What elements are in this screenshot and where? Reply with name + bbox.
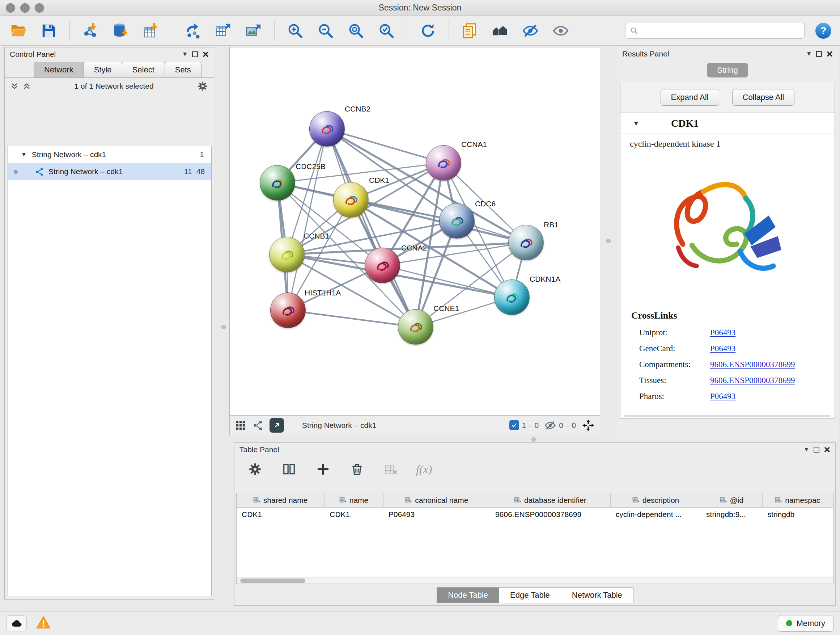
column-header-description[interactable]: description <box>611 493 701 507</box>
hidden-eye-icon[interactable] <box>545 420 556 431</box>
splitter-handle[interactable] <box>221 325 226 329</box>
panel-float-icon[interactable] <box>192 51 198 57</box>
create-column-button[interactable] <box>314 460 332 478</box>
cloud-status-button[interactable] <box>6 616 27 631</box>
panel-close-icon[interactable]: × <box>824 447 830 453</box>
open-session-button[interactable] <box>9 21 28 41</box>
panel-close-icon[interactable]: × <box>826 51 833 57</box>
tab-string[interactable]: String <box>707 63 748 78</box>
table-horizontal-scrollbar[interactable] <box>237 577 833 584</box>
tab-network-table[interactable]: Network Table <box>561 587 633 603</box>
import-table-from-file-button[interactable] <box>141 21 161 41</box>
new-network-from-table-button[interactable] <box>213 21 233 41</box>
collapse-all-icon[interactable] <box>23 82 31 90</box>
column-header-shared-name[interactable]: shared name <box>237 493 325 507</box>
network-node-ccnb2[interactable] <box>309 111 345 147</box>
collapse-all-button[interactable]: Collapse All <box>732 89 795 106</box>
scrollbar-thumb[interactable] <box>240 578 305 583</box>
panel-float-icon[interactable] <box>816 51 822 57</box>
table-cell[interactable]: CDK1 <box>325 508 384 522</box>
table-cell[interactable]: stringdb:9... <box>701 508 763 522</box>
import-network-from-file-button[interactable] <box>81 21 100 41</box>
network-node-cdkn1a[interactable] <box>494 279 530 315</box>
reapply-layout-button[interactable] <box>418 21 438 41</box>
zoom-fit-button[interactable] <box>346 21 366 41</box>
table-cell[interactable]: P06493 <box>384 508 490 522</box>
new-network-from-selection-button[interactable] <box>183 21 202 41</box>
column-header-namespac[interactable]: namespac <box>763 493 833 507</box>
search-input[interactable] <box>641 27 800 35</box>
table-cell[interactable]: cyclin-dependent ... <box>611 508 701 522</box>
expand-all-button[interactable]: Expand All <box>660 89 719 106</box>
crosslink-value-link[interactable]: 9606.ENSP00000378699 <box>710 359 795 370</box>
copy-document-button[interactable] <box>460 21 479 41</box>
expand-all-icon[interactable] <box>11 82 19 90</box>
help-button[interactable]: ? <box>815 23 831 39</box>
splitter-handle[interactable] <box>606 239 611 243</box>
gear-icon[interactable] <box>197 81 208 92</box>
network-edge[interactable] <box>288 129 327 310</box>
tab-sets[interactable]: Sets <box>164 62 202 78</box>
warning-indicator[interactable] <box>36 616 51 631</box>
panel-collapse-icon[interactable]: ▼ <box>806 50 812 57</box>
network-node-cdk1[interactable] <box>333 182 369 218</box>
import-network-from-database-button[interactable] <box>111 21 131 41</box>
grid-view-icon[interactable] <box>235 420 246 431</box>
crosslink-value-link[interactable]: P06493 <box>710 391 736 402</box>
panel-collapse-icon[interactable]: ▼ <box>182 51 188 58</box>
panel-collapse-icon[interactable]: ▼ <box>804 446 810 453</box>
export-image-button[interactable] <box>244 21 264 41</box>
column-header-name[interactable]: name <box>325 493 384 507</box>
tab-edge-table[interactable]: Edge Table <box>499 587 561 603</box>
table-cell[interactable]: 9606.ENSP00000378699 <box>490 508 611 522</box>
selected-checkbox-icon[interactable] <box>509 420 519 430</box>
network-row-selected[interactable]: String Network – cdk1 11 48 <box>8 163 211 180</box>
tree-expander-icon[interactable]: ▼ <box>21 151 27 158</box>
crosslink-value-link[interactable]: P06493 <box>710 327 736 338</box>
delete-table-button[interactable] <box>382 460 400 478</box>
network-node-ccnb1[interactable] <box>269 237 305 272</box>
splitter-handle[interactable] <box>531 437 536 442</box>
homes-button[interactable] <box>490 21 510 41</box>
network-node-ccne1[interactable] <box>398 309 433 345</box>
gene-header-row[interactable]: ▼ CDK1 <box>621 113 835 134</box>
memory-button[interactable]: Memory <box>778 615 834 632</box>
gene-expander-icon[interactable]: ▼ <box>633 119 639 127</box>
zoom-in-button[interactable] <box>286 21 305 41</box>
tab-network[interactable]: Network <box>34 62 84 78</box>
network-collection-row[interactable]: ▼ String Network – cdk1 1 <box>8 146 211 163</box>
network-node-rb1[interactable] <box>508 225 544 260</box>
table-cell[interactable]: CDK1 <box>237 508 325 522</box>
function-builder-button[interactable]: f(x) <box>416 463 432 476</box>
show-columns-button[interactable] <box>280 460 298 478</box>
network-node-ccna1[interactable] <box>426 145 461 181</box>
network-node-ccna2[interactable] <box>365 248 400 283</box>
network-node-cdc25b[interactable] <box>260 165 295 201</box>
network-edge[interactable] <box>327 129 444 163</box>
zoom-out-button[interactable] <box>316 21 335 41</box>
panel-float-icon[interactable] <box>813 447 819 453</box>
table-row[interactable]: CDK1CDK1P064939606.ENSP00000378699cyclin… <box>237 508 833 522</box>
network-canvas[interactable]: CCNB2CCNA1CDC25BCDK1CDC6RB1CCNB1CCNA2CDK… <box>230 48 600 415</box>
export-network-button[interactable] <box>270 418 284 432</box>
birds-eye-view-icon[interactable] <box>252 420 264 431</box>
table-settings-button[interactable] <box>246 460 264 478</box>
tab-node-table[interactable]: Node Table <box>437 587 499 603</box>
crosslink-value-link[interactable]: P06493 <box>710 343 736 354</box>
save-session-button[interactable] <box>39 21 58 41</box>
panel-close-icon[interactable]: × <box>202 51 209 57</box>
pan-move-icon[interactable] <box>582 419 595 432</box>
hide-selected-button[interactable] <box>521 21 540 41</box>
network-node-cdc6[interactable] <box>439 203 475 239</box>
column-header--id[interactable]: @id <box>701 493 762 507</box>
zoom-selected-button[interactable] <box>377 21 396 41</box>
crosslink-value-link[interactable]: 9606.ENSP00000378699 <box>710 375 795 386</box>
show-all-button[interactable] <box>551 21 570 41</box>
table-cell[interactable]: stringdb <box>763 508 833 522</box>
network-edge[interactable] <box>288 310 416 327</box>
column-header-database-identifier[interactable]: database identifier <box>490 493 611 507</box>
tab-style[interactable]: Style <box>84 62 122 78</box>
delete-column-button[interactable] <box>348 460 366 478</box>
tab-select[interactable]: Select <box>122 62 165 78</box>
network-node-hist1h1a[interactable] <box>270 293 306 328</box>
